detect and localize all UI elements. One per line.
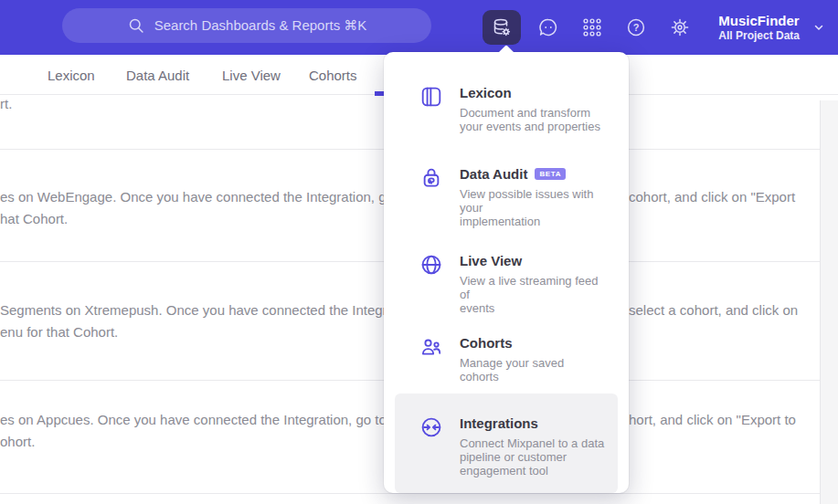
menu-item-description: Manage your saved cohorts — [460, 356, 605, 383]
data-audit-lock-icon — [419, 165, 444, 190]
project-name: MusicFinder — [718, 13, 800, 29]
search-icon — [127, 16, 145, 35]
search-placeholder: Search Dashboards & Reports ⌘K — [154, 17, 367, 34]
content-text-line: es on WebEngage. Once you have connected… — [0, 189, 432, 205]
database-gear-icon — [491, 16, 513, 38]
svg-text:?: ? — [633, 22, 640, 33]
content-text-line: Segments on Xtremepush. Once you have co… — [0, 302, 420, 319]
gear-icon — [669, 16, 691, 38]
menu-item-title: Lexicon — [460, 84, 512, 102]
row-divider — [0, 493, 820, 494]
lexicon-book-icon — [419, 84, 444, 109]
menu-item-title: Live View — [460, 252, 522, 270]
content-text-line: es on Appcues. Once you have connected t… — [0, 412, 424, 428]
menu-item-description: Connect Mixpanel to a data pipeline or c… — [460, 436, 604, 478]
help-button[interactable]: ? — [614, 10, 658, 45]
cohorts-people-icon — [419, 334, 444, 359]
settings-button[interactable] — [658, 10, 702, 45]
topbar: Search Dashboards & Reports ⌘K — [0, 0, 838, 55]
menu-item-data-audit[interactable]: Data Audit BETA View possible issues wit… — [395, 156, 618, 237]
search-input[interactable]: Search Dashboards & Reports ⌘K — [62, 8, 431, 43]
menu-item-lexicon[interactable]: Lexicon Document and transform your even… — [395, 75, 618, 142]
menu-item-title: Cohorts — [460, 334, 513, 352]
integrations-sync-icon — [419, 415, 444, 439]
content-text-line: rt. — [0, 96, 12, 112]
grid-dots-icon — [581, 16, 603, 38]
tab-live-view[interactable]: Live View — [222, 68, 281, 83]
menu-item-cohorts[interactable]: Cohorts Manage your saved cohorts — [395, 325, 618, 393]
content-text-line: hat Cohort. — [0, 211, 68, 227]
beta-badge: BETA — [535, 168, 566, 180]
project-selector[interactable]: MusicFinder All Project Data — [718, 13, 825, 43]
menu-item-title: Data Audit — [460, 165, 527, 184]
chevron-down-icon — [812, 21, 825, 34]
tab-lexicon[interactable]: Lexicon — [48, 68, 95, 83]
project-scope: All Project Data — [718, 29, 800, 43]
menu-item-live-view[interactable]: Live View View a live streaming feed of … — [395, 243, 618, 324]
menu-item-integrations[interactable]: Integrations Connect Mixpanel to a data … — [395, 394, 618, 493]
scrollbar-track[interactable] — [820, 100, 838, 504]
content-text-line: ohort. — [0, 434, 35, 450]
content-text-line: enu for that Cohort. — [0, 324, 118, 341]
question-mark-icon: ? — [625, 16, 647, 38]
menu-item-description: View possible issues with your implement… — [460, 187, 605, 228]
content-text-line: cohort, and click on "Export — [629, 189, 795, 205]
topbar-actions: ? MusicFinder All Project Data — [483, 0, 825, 55]
content-text-line: hort, and click on "Export to — [629, 412, 796, 428]
menu-item-title: Integrations — [460, 415, 538, 433]
speech-bubble-icon — [537, 16, 559, 38]
live-view-globe-icon — [419, 252, 444, 277]
data-management-button[interactable] — [483, 10, 521, 45]
menu-item-description: Document and transform your events and p… — [460, 106, 600, 133]
menu-item-description: View a live streaming feed of events — [460, 274, 605, 315]
feedback-button[interactable] — [526, 10, 570, 45]
products-dropdown-menu: Lexicon Document and transform your even… — [384, 52, 629, 493]
apps-grid-button[interactable] — [570, 10, 614, 45]
content-text-line: select a cohort, and click on — [629, 302, 798, 319]
tab-cohorts[interactable]: Cohorts — [309, 68, 357, 83]
tab-data-audit[interactable]: Data Audit — [126, 68, 189, 83]
